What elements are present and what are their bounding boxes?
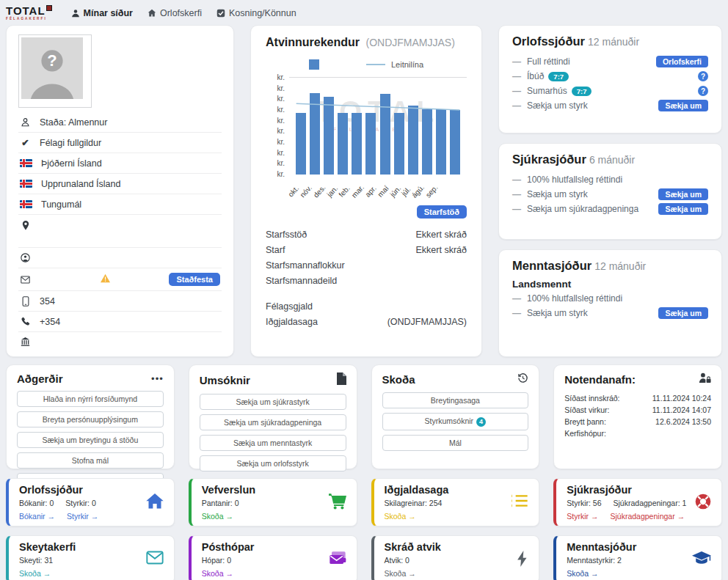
profile-row-email: Staðfesta bbox=[18, 268, 222, 291]
skoda-link[interactable]: Skoða→ bbox=[567, 569, 598, 578]
styrkir-link[interactable]: Styrkir→ bbox=[567, 512, 598, 521]
page: TOTAL FÉLAGAKERFI Mínar síður Orlofskerf… bbox=[0, 0, 728, 580]
skoda-link[interactable]: Skoða→ bbox=[202, 569, 233, 578]
dash-icon: — bbox=[512, 293, 521, 304]
apply-button[interactable]: Sækja um bbox=[658, 188, 708, 200]
apply-button[interactable]: Sækja um bbox=[658, 100, 708, 111]
funds-column: Orlofssjóður12 mánuðir — Full réttindi O… bbox=[498, 25, 722, 357]
apply-sjukrastyrkur-button[interactable]: Sækja um sjúkrastyrk bbox=[200, 394, 346, 410]
skoda-link[interactable]: Skoða→ bbox=[385, 512, 416, 521]
button-label: Styrkumsóknir bbox=[425, 416, 474, 425]
stat-value: 0 bbox=[235, 499, 239, 507]
stat-card-title: Orlofssjóður bbox=[19, 484, 164, 496]
user-meta-row: Kerfishópur: bbox=[564, 427, 711, 439]
total-logo: TOTAL FÉLAGAKERFI bbox=[6, 5, 52, 21]
y-tick-label: kr. bbox=[266, 117, 285, 125]
profile-row-mobile: 354 bbox=[18, 291, 222, 312]
skoda-link[interactable]: Skoða→ bbox=[202, 512, 233, 521]
bokanir-link[interactable]: Bókanir→ bbox=[19, 512, 55, 521]
bank-icon bbox=[20, 337, 31, 347]
nav-item-minar-sidur[interactable]: Mínar síður bbox=[71, 8, 133, 18]
dash-icon: — bbox=[512, 204, 521, 214]
stat-label: Styrkir: bbox=[65, 499, 90, 507]
history-icon bbox=[517, 372, 528, 386]
fund-item-label: 100% hlutfallsleg réttindi bbox=[527, 293, 622, 304]
fund-item-label: Íbúð bbox=[527, 71, 544, 81]
adgerdir-panel: Aðgerðir ••• Hlaða inn nýrri forsíðumynd… bbox=[6, 364, 175, 469]
stat-label: Sjúkradagpeningar: bbox=[614, 499, 680, 507]
fund-item: — 100% hlutfallsleg réttindi bbox=[512, 293, 708, 304]
orlofskerfi-button[interactable]: Orlofskerfi bbox=[656, 56, 708, 67]
top-section: ? Staða: Almennur ✔ Félagi fullgildur Þj… bbox=[6, 25, 722, 357]
posthopar-stat-card: Pósthópar Hópar: 0 Skoða→ bbox=[189, 535, 357, 580]
ellipsis-icon[interactable]: ••• bbox=[151, 373, 164, 384]
profile-row-label: Félagi fullgildur bbox=[40, 138, 101, 148]
skoda-panel: Skoða Breytingasaga Styrkumsóknir4 Mál bbox=[371, 364, 540, 469]
starfstod-button[interactable]: Starfstöð bbox=[417, 205, 467, 219]
apply-status-change-button[interactable]: Sækja um breytingu á stöðu bbox=[17, 432, 164, 448]
stat-label: Atvik: bbox=[385, 556, 404, 565]
upload-photo-button[interactable]: Hlaða inn nýrri forsíðumynd bbox=[17, 391, 164, 407]
fund-subtitle: Landsmennt bbox=[512, 279, 708, 290]
employer-title-row: Atvinnurekendur (ONDJFMAMJJAS) bbox=[266, 36, 467, 49]
nav-item-kosning[interactable]: Kosning/Könnun bbox=[216, 8, 296, 18]
dash-icon: — bbox=[512, 189, 521, 199]
apply-orlofsstyrkur-button[interactable]: Sækja um orlofsstyrk bbox=[200, 455, 346, 471]
cart-icon bbox=[329, 493, 346, 513]
stat-label: Skilagreinar: bbox=[385, 499, 427, 507]
fund-item: — Sumarhús 7:7 ? bbox=[512, 85, 708, 97]
user-lock-icon bbox=[699, 372, 711, 386]
detail-label: Starfsmannadeild bbox=[266, 274, 337, 289]
mobile-icon bbox=[20, 296, 31, 306]
sjukrasjodur-card: Sjúkrasjóður6 mánuðir — 100% hlutfallsle… bbox=[498, 143, 722, 240]
dash-icon: — bbox=[512, 86, 521, 96]
graduation-cap-icon bbox=[692, 551, 711, 568]
edit-personal-info-button[interactable]: Breyta persónuupplýsingum bbox=[17, 411, 164, 427]
help-icon[interactable]: ? bbox=[698, 86, 708, 96]
skoda-link[interactable]: Skoða→ bbox=[385, 569, 416, 578]
breytingasaga-button[interactable]: Breytingasaga bbox=[382, 392, 529, 408]
styrkir-link[interactable]: Styrkir→ bbox=[67, 512, 98, 521]
fund-suffix: 12 mánuðir bbox=[588, 36, 639, 48]
employer-title-suffix: (ONDJFMAMJJAS) bbox=[365, 37, 454, 48]
create-case-button[interactable]: Stofna mál bbox=[17, 452, 164, 469]
help-icon[interactable]: ? bbox=[698, 71, 708, 81]
stat-card-title: Skráð atvik bbox=[385, 541, 529, 553]
mal-button[interactable]: Mál bbox=[382, 435, 529, 451]
apply-menntastyrkur-button[interactable]: Sækja um menntastyrk bbox=[200, 435, 346, 451]
navbar: TOTAL FÉLAGAKERFI Mínar síður Orlofskerf… bbox=[6, 3, 722, 23]
y-tick-label: kr. bbox=[266, 170, 285, 178]
arrow-icon: → bbox=[48, 512, 56, 521]
skoda-link[interactable]: Skoða→ bbox=[19, 569, 51, 578]
styrkumsoknir-button[interactable]: Styrkumsóknir4 bbox=[382, 413, 529, 430]
menntasjodur-stat-card: Menntasjóður Menntastyrkir: 2 Skoða→ bbox=[553, 535, 722, 580]
apply-sjukradagpeningar-button[interactable]: Sækja um sjúkradagpeninga bbox=[200, 414, 346, 430]
apply-button[interactable]: Sækja um bbox=[658, 307, 708, 319]
chart-legend: Leitnilína bbox=[266, 59, 467, 70]
meta-value: 11.11.2024 10:24 bbox=[652, 392, 711, 404]
y-tick-label: kr. bbox=[266, 138, 285, 146]
profile-row-label: Tungumál bbox=[41, 199, 81, 210]
stat-value: 0 bbox=[227, 556, 231, 565]
apply-button[interactable]: Sækja um bbox=[658, 203, 708, 215]
arrow-icon: → bbox=[677, 512, 685, 521]
fund-item-label: Sækja um sjúkradagpeninga bbox=[527, 204, 638, 214]
detail-row: Starfsmannadeild bbox=[266, 274, 467, 289]
stat-label: Hópar: bbox=[202, 556, 225, 565]
nav-item-label: Mínar síður bbox=[84, 8, 133, 18]
dash-icon: — bbox=[512, 308, 521, 318]
stat-label: Menntastyrkir: bbox=[567, 556, 615, 565]
home-icon bbox=[146, 493, 164, 513]
logo-subtitle: FÉLAGAKERFI bbox=[6, 18, 52, 21]
nav-item-orlofskerfi[interactable]: Orlofskerfi bbox=[148, 8, 202, 18]
fund-item: — Íbúð 7:7 ? bbox=[512, 70, 708, 82]
verify-email-button[interactable]: Staðfesta bbox=[169, 273, 220, 286]
logo-title: TOTAL bbox=[6, 5, 46, 16]
arrow-icon: → bbox=[226, 512, 234, 521]
profile-row-language: Tungumál bbox=[18, 194, 222, 215]
meta-value: 12.6.2024 13:50 bbox=[655, 416, 711, 427]
profile-row-label: Upprunaland Ísland bbox=[41, 179, 120, 189]
dash-icon: — bbox=[512, 71, 521, 81]
fund-item-label: Sækja um styrk bbox=[527, 308, 588, 318]
sjukradagpeningar-link[interactable]: Sjúkradagpeningar→ bbox=[611, 512, 685, 521]
